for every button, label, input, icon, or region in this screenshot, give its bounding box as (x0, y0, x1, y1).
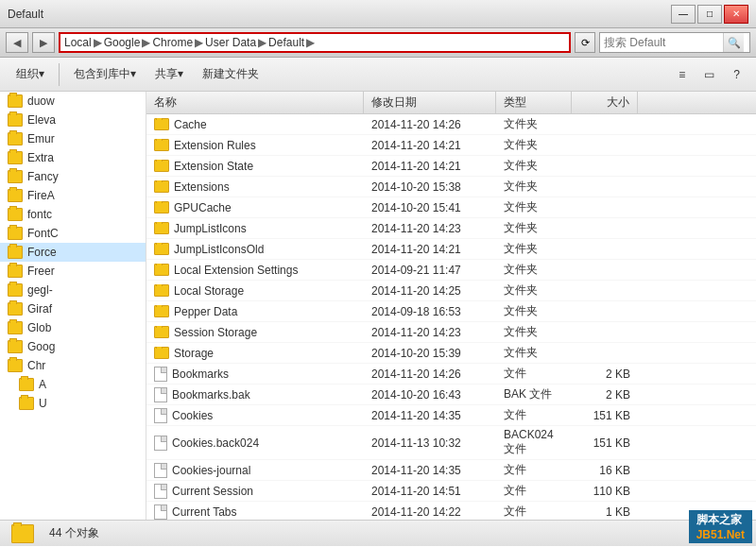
file-date-cell: 2014-10-20 15:39 (364, 347, 496, 360)
left-panel-item[interactable]: Emur (0, 129, 146, 148)
left-panel-item[interactable]: U (0, 394, 146, 413)
file-name-label: Cookies.back024 (172, 436, 259, 450)
table-row[interactable]: Current Session2014-11-20 14:51文件110 KB (146, 481, 756, 502)
table-row[interactable]: Bookmarks2014-11-20 14:26文件2 KB (146, 364, 756, 385)
organize-button[interactable]: 组织▾ (8, 61, 53, 88)
file-name-cell: JumpListIcons (146, 222, 364, 235)
left-panel-item[interactable]: Extra (0, 148, 146, 167)
table-row[interactable]: Cookies.back0242014-11-13 10:32BACK024 文… (146, 426, 756, 460)
left-panel-item-label: Eleva (27, 113, 56, 127)
left-panel-item[interactable]: Eleva (0, 111, 146, 129)
file-date-cell: 2014-10-20 15:38 (364, 180, 496, 194)
refresh-button[interactable]: ⟳ (575, 32, 595, 53)
file-size-cell: 151 KB (572, 409, 638, 422)
help-button[interactable]: ? (725, 61, 748, 88)
table-row[interactable]: Cache2014-11-20 14:26文件夹 (146, 114, 756, 135)
back-button[interactable]: ◀ (6, 32, 28, 53)
preview-button[interactable]: ▭ (696, 61, 723, 88)
table-row[interactable]: Extensions2014-10-20 15:38文件夹 (146, 177, 756, 197)
forward-button[interactable]: ▶ (32, 32, 55, 53)
table-row[interactable]: Session Storage2014-11-20 14:23文件夹 (146, 322, 756, 343)
left-panel-item[interactable]: Fancy (0, 167, 146, 186)
file-name-label: Local Storage (174, 284, 244, 298)
file-date-cell: 2014-11-20 14:21 (364, 139, 496, 152)
status-count: 44 个对象 (49, 525, 99, 541)
table-row[interactable]: JumpListIconsOld2014-11-20 14:21文件夹 (146, 239, 756, 260)
view-toggle-button[interactable]: ≡ (670, 61, 694, 88)
left-panel-item[interactable]: A (0, 375, 146, 394)
file-date-cell: 2014-11-20 14:22 (364, 505, 496, 519)
search-icon[interactable]: 🔍 (723, 33, 744, 52)
include-library-button[interactable]: 包含到库中▾ (65, 61, 145, 88)
file-name-label: Pepper Data (174, 305, 237, 318)
table-row[interactable]: Extension Rules2014-11-20 14:21文件夹 (146, 135, 756, 156)
file-type-cell: BAK 文件 (496, 386, 572, 402)
path-part-2[interactable]: Google (104, 36, 141, 49)
left-panel-item-label: Fancy (27, 170, 59, 183)
file-type-cell: 文件夹 (496, 303, 572, 319)
file-type-cell: 文件夹 (496, 137, 572, 153)
table-row[interactable]: Local Storage2014-11-20 14:25文件夹 (146, 281, 756, 301)
left-panel-item[interactable]: Force (0, 243, 146, 262)
table-row[interactable]: Cookies-journal2014-11-20 14:35文件16 KB (146, 460, 756, 481)
file-name-cell: Local Storage (146, 284, 364, 298)
folder-icon (8, 208, 23, 221)
table-row[interactable]: GPUCache2014-10-20 15:41文件夹 (146, 197, 756, 218)
share-button[interactable]: 共享▾ (146, 61, 192, 88)
file-size-cell: 1 KB (572, 505, 638, 519)
address-bar[interactable]: Local ▶ Google ▶ Chrome ▶ User Data ▶ De… (59, 32, 571, 53)
folder-icon (154, 139, 169, 151)
new-folder-button[interactable]: 新建文件夹 (194, 61, 267, 88)
left-panel[interactable]: duowElevaEmurExtraFancyFireAfontcFontCFo… (0, 92, 146, 520)
left-panel-item-label: duow (27, 94, 55, 108)
left-panel-item[interactable]: gegl- (0, 281, 146, 299)
left-panel-item-label: Glob (27, 321, 51, 334)
minimize-button[interactable]: — (671, 5, 696, 24)
folder-icon (154, 222, 169, 234)
col-date-header[interactable]: 修改日期 (364, 92, 496, 113)
table-row[interactable]: Extension State2014-11-20 14:21文件夹 (146, 156, 756, 177)
file-date-cell: 2014-10-20 16:43 (364, 388, 496, 402)
left-panel-item[interactable]: Chr (0, 356, 146, 375)
left-panel-item-label: Giraf (27, 302, 52, 316)
col-size-header[interactable]: 大小 (572, 92, 638, 113)
window-controls: — □ ✕ (671, 5, 748, 24)
search-input[interactable] (600, 33, 723, 52)
path-sep-1: ▶ (94, 36, 102, 49)
col-name-header[interactable]: 名称 (146, 92, 364, 113)
left-panel-item-label: Force (27, 246, 57, 259)
close-button[interactable]: ✕ (724, 5, 748, 24)
folder-icon (154, 201, 169, 214)
table-row[interactable]: JumpListIcons2014-11-20 14:23文件夹 (146, 218, 756, 239)
path-part-4[interactable]: User Data (205, 36, 256, 49)
file-icon (154, 484, 167, 499)
table-row[interactable]: Pepper Data2014-09-18 16:53文件夹 (146, 301, 756, 322)
maximize-button[interactable]: □ (697, 5, 722, 24)
left-panel-item-label: Goog (27, 340, 55, 353)
left-panel-item[interactable]: duow (0, 92, 146, 111)
table-row[interactable]: Cookies2014-11-20 14:35文件151 KB (146, 405, 756, 426)
left-panel-item[interactable]: Goog (0, 337, 146, 356)
path-part-3[interactable]: Chrome (152, 36, 193, 49)
file-date-cell: 2014-11-20 14:21 (364, 243, 496, 256)
right-panel: 名称 修改日期 类型 大小 Cache2014-11-20 14:26文件夹Ex… (146, 92, 756, 520)
address-bar-area: ◀ ▶ Local ▶ Google ▶ Chrome ▶ User Data … (0, 28, 756, 58)
table-row[interactable]: Bookmarks.bak2014-10-20 16:43BAK 文件2 KB (146, 385, 756, 405)
file-name-cell: Bookmarks.bak (146, 387, 364, 402)
left-panel-item[interactable]: Glob (0, 318, 146, 337)
left-panel-item[interactable]: FontC (0, 224, 146, 243)
left-panel-item[interactable]: Giraf (0, 299, 146, 318)
path-part-5[interactable]: Default (268, 36, 304, 49)
path-part-1[interactable]: Local (64, 36, 92, 49)
left-panel-item[interactable]: Freer (0, 262, 146, 281)
file-type-cell: 文件夹 (496, 241, 572, 257)
table-row[interactable]: Local Extension Settings2014-09-21 11:47… (146, 260, 756, 281)
file-name-cell: Storage (146, 347, 364, 360)
left-panel-item[interactable]: fontc (0, 205, 146, 224)
table-row[interactable]: Storage2014-10-20 15:39文件夹 (146, 343, 756, 364)
col-type-header[interactable]: 类型 (496, 92, 572, 113)
table-row[interactable]: Current Tabs2014-11-20 14:22文件1 KB (146, 502, 756, 520)
left-panel-item[interactable]: FireA (0, 186, 146, 205)
file-name-label: JumpListIconsOld (174, 243, 264, 256)
left-panel-item-label: FontC (27, 227, 59, 240)
